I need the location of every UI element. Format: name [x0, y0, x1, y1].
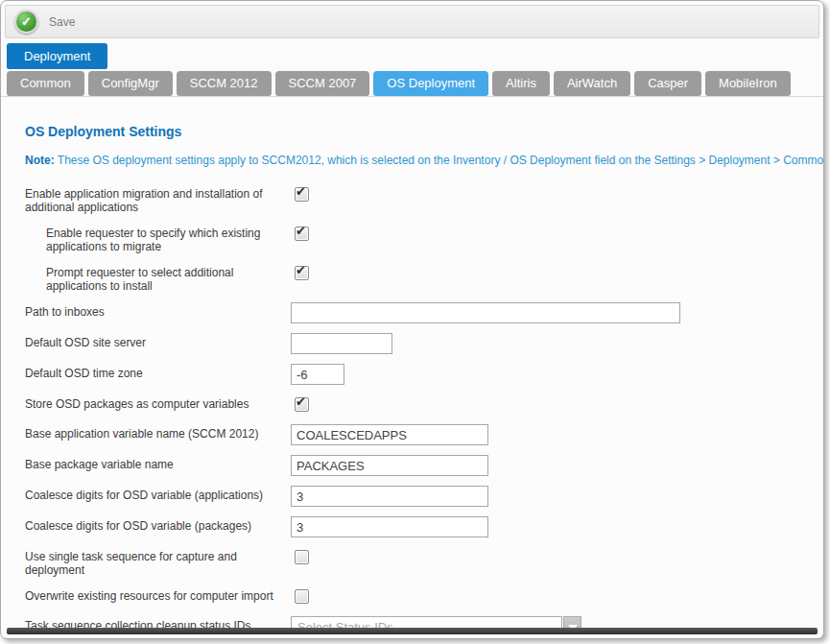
toolbar: ✓ Save	[5, 5, 819, 38]
field-label: Overwrite existing resources for compute…	[25, 586, 291, 603]
checkbox-prompt-additional-apps[interactable]	[295, 266, 309, 280]
tab-altiris[interactable]: Altiris	[492, 71, 550, 96]
save-button-label: Save	[49, 15, 75, 29]
default-osd-time-zone-input[interactable]	[291, 364, 344, 385]
note-text: Note: These OS deployment settings apply…	[25, 154, 808, 167]
field-label: Path to inboxes	[25, 302, 291, 319]
tab-configmgr[interactable]: ConfigMgr	[88, 71, 173, 96]
status-ids-dropdown-field[interactable]: Select Status IDs	[291, 616, 562, 628]
form-row: Path to inboxes	[25, 302, 808, 323]
form-row: Store OSD packages as computer variables	[25, 394, 808, 415]
bottom-bar	[7, 628, 818, 634]
form-row: Enable application migration and install…	[25, 184, 808, 214]
coalesce-digits-packages-input[interactable]	[291, 516, 488, 537]
form-row: Default OSD time zone	[25, 364, 808, 385]
tab-sccm-2012[interactable]: SCCM 2012	[177, 71, 272, 96]
checkbox-enable-requester-migrate[interactable]	[295, 227, 309, 241]
field-label: Default OSD site server	[25, 333, 291, 349]
checkbox-single-task-sequence[interactable]	[295, 550, 309, 564]
base-package-variable-input[interactable]	[291, 455, 488, 476]
status-ids-dropdown-button[interactable]	[563, 616, 581, 628]
field-label: Task sequence collection cleanup status …	[25, 616, 291, 628]
tab-mobileiron[interactable]: MobileIron	[705, 71, 791, 96]
note-label: Note:	[25, 154, 55, 167]
coalesce-digits-applications-input[interactable]	[291, 486, 488, 507]
form-row: Use single task sequence for capture and…	[25, 547, 808, 577]
checkbox-enable-app-migration[interactable]	[295, 187, 309, 202]
primary-tab-row: Deployment	[7, 43, 823, 69]
field-label: Store OSD packages as computer variables	[25, 394, 291, 411]
checkbox-store-osd-packages[interactable]	[295, 397, 309, 412]
field-label: Coalesce digits for OSD variable (applic…	[25, 486, 291, 502]
field-label: Default OSD time zone	[25, 364, 291, 380]
field-label: Use single task sequence for capture and…	[25, 547, 291, 577]
field-label: Enable application migration and install…	[25, 184, 291, 214]
form-row: Enable requester to specify which existi…	[25, 224, 808, 253]
status-ids-dropdown[interactable]: Select Status IDs	[291, 616, 581, 628]
form-row: Overwrite existing resources for compute…	[25, 586, 808, 607]
tab-os-deployment[interactable]: OS Deployment	[373, 71, 488, 96]
form-row: Prompt requester to select additional ap…	[25, 263, 808, 293]
form-row: Coalesce digits for OSD variable (packag…	[25, 516, 808, 537]
field-label: Coalesce digits for OSD variable (packag…	[25, 516, 291, 533]
form-row: Task sequence collection cleanup status …	[25, 616, 808, 628]
sub-tab-row: Common ConfigMgr SCCM 2012 SCCM 2007 OS …	[1, 71, 823, 97]
default-osd-site-server-input[interactable]	[291, 333, 392, 354]
base-application-variable-input[interactable]	[291, 424, 488, 445]
field-label: Prompt requester to select additional ap…	[25, 263, 291, 293]
note-body: These OS deployment settings apply to SC…	[58, 154, 823, 167]
tab-airwatch[interactable]: AirWatch	[554, 71, 630, 96]
form-row: Base application variable name (SCCM 201…	[25, 424, 808, 445]
field-label: Base application variable name (SCCM 201…	[25, 424, 291, 441]
field-label: Base package variable name	[25, 455, 291, 471]
form-row: Coalesce digits for OSD variable (applic…	[25, 486, 808, 507]
checkbox-overwrite-existing-resources[interactable]	[295, 589, 309, 604]
settings-panel: OS Deployment Settings Note: These OS de…	[1, 97, 823, 628]
field-label: Enable requester to specify which existi…	[25, 224, 291, 253]
path-to-inboxes-input[interactable]	[291, 302, 680, 323]
status-ids-placeholder: Select Status IDs	[297, 620, 393, 628]
tab-sccm-2007[interactable]: SCCM 2007	[275, 71, 370, 96]
form-row: Base package variable name	[25, 455, 808, 476]
settings-window: ✓ Save Deployment Common ConfigMgr SCCM …	[0, 0, 824, 639]
tab-deployment[interactable]: Deployment	[7, 43, 107, 69]
form-row: Default OSD site server	[25, 333, 808, 354]
tab-common[interactable]: Common	[7, 71, 84, 96]
save-check-icon: ✓	[14, 10, 38, 34]
save-button[interactable]: ✓ Save	[14, 10, 75, 34]
tab-casper[interactable]: Casper	[634, 71, 701, 96]
page-title: OS Deployment Settings	[25, 124, 808, 139]
